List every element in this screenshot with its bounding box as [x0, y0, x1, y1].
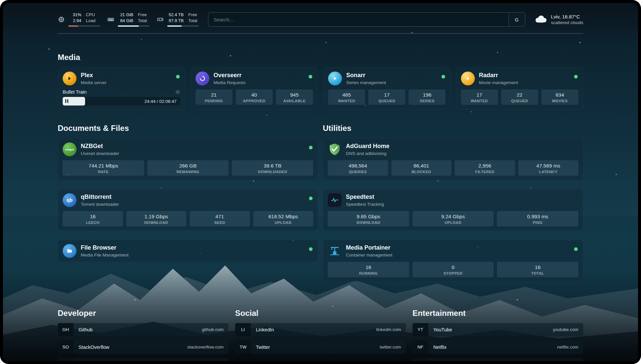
overseerr-status-dot	[309, 75, 312, 78]
stat-leech: 16LEECH	[63, 211, 123, 227]
bookmark-linkedin[interactable]: LI LinkedIn linkedin.com	[235, 323, 406, 336]
weather-widget: Lviv, 16.87°C scattered clouds	[534, 14, 583, 25]
disk-progress-bar	[167, 25, 199, 27]
service-desc: Usenet downloader	[81, 151, 119, 156]
bookmark-github[interactable]: GH Github github.com	[58, 323, 229, 336]
service-name: Sonarr	[346, 72, 386, 79]
bookmark-url: linkedin.com	[376, 327, 401, 332]
stat-queued: 17QUEUED	[368, 89, 405, 105]
bookmark-youtube[interactable]: YT YouTube youtube.com	[412, 323, 583, 336]
playback-time: 24:44 / 02:06:47	[144, 99, 177, 104]
bookmark-netflix[interactable]: NF Netflix netflix.com	[412, 341, 583, 354]
stat-queries: 498,564QUERIES	[328, 160, 388, 176]
service-card-qbittorrent[interactable]: qb qBittorrent Torrent downloader 16LEEC…	[58, 189, 318, 231]
stat-movies: 834MOVIES	[541, 89, 578, 105]
stat-filtered: 2,956FILTERED	[455, 160, 515, 176]
memory-progress-bar	[118, 25, 149, 27]
cpu-label: CPU	[86, 12, 100, 18]
column-utilities: Utilities	[323, 124, 583, 282]
bookmark-url: netflix.com	[557, 345, 578, 349]
search-provider-button[interactable]: G	[508, 13, 525, 26]
column-documents: Documents & Files nzbget NZBGet Usenet d…	[58, 124, 318, 262]
service-card-radarr[interactable]: Radarr Movie management 17WANTED 22QUEUE…	[456, 67, 584, 110]
column-entertainment: Entertainment YT YouTube youtube.com NF …	[412, 309, 583, 361]
service-name: Plex	[81, 72, 107, 79]
cpu-load: 2.94	[68, 18, 81, 24]
service-desc: Series management	[346, 80, 386, 85]
weather-location: Lviv, 16.87°C	[551, 14, 583, 19]
stat-queued: 22QUEUED	[501, 89, 538, 105]
stat-rate: 744.21 MbpsRATE	[63, 160, 144, 176]
sonarr-icon	[328, 72, 342, 85]
service-card-sonarr[interactable]: Sonarr Series management 485WANTED 17QUE…	[323, 67, 451, 110]
gear-icon[interactable]	[175, 89, 180, 95]
adguard-icon	[328, 142, 342, 156]
service-name: AdGuard Home	[346, 143, 389, 150]
now-playing-title: Bullet Train	[63, 89, 87, 95]
service-desc: Media Requests	[214, 80, 246, 85]
plex-progress-bar[interactable]: 24:44 / 02:06:47	[63, 97, 180, 106]
weather-condition: scattered clouds	[551, 20, 583, 25]
service-card-filebrowser[interactable]: File Browser Media File Management	[58, 240, 318, 262]
stat-wanted: 17WANTED	[461, 89, 498, 105]
service-desc: Movie management	[479, 80, 518, 85]
bookmark-reddit[interactable]: RE Reddit reddit.com	[412, 358, 583, 361]
cpu-widget: 31% CPU 2.94 Load	[58, 12, 100, 27]
stat-running: 16RUNNING	[328, 262, 409, 277]
service-desc: Media server	[81, 80, 107, 85]
memory-free-label: Free	[138, 12, 149, 18]
stat-series: 196SERIES	[409, 89, 445, 105]
service-name: Overseerr	[214, 72, 246, 79]
service-desc: Speedtest Tracking	[346, 202, 384, 207]
portainer-icon	[328, 244, 342, 258]
bookmark-name: StackOverflow	[78, 345, 109, 350]
stat-download: 9.65 GbpsDOWNLOAD	[328, 211, 409, 227]
overseerr-icon	[196, 72, 209, 85]
column-social: Social LI LinkedIn linkedin.com TW Twitt…	[235, 309, 406, 358]
sonarr-status-dot	[442, 75, 445, 78]
service-card-speedtest[interactable]: Speedtest Speedtest Tracking 9.65 GbpsDO…	[323, 189, 583, 231]
service-name: Speedtest	[346, 194, 384, 201]
pause-icon[interactable]	[65, 98, 69, 104]
dashboard-screen: 31% CPU 2.94 Load	[3, 3, 638, 361]
cloud-icon	[534, 14, 547, 25]
service-card-overseerr[interactable]: Overseerr Media Requests 21PENDING 40APP…	[191, 67, 318, 110]
radarr-status-dot	[574, 75, 578, 78]
service-card-adguard[interactable]: AdGuard Home DNS and adblocking 498,564Q…	[323, 138, 583, 180]
memory-free: 21 GiB	[118, 12, 133, 18]
stat-seed: 471SEED	[190, 211, 250, 227]
bookmark-stackoverflow[interactable]: SO StackOverflow stackoverflow.com	[58, 341, 229, 354]
qbittorrent-icon: qb	[63, 193, 76, 207]
bookmark-url: stackoverflow.com	[187, 345, 224, 349]
service-name: qBittorrent	[81, 194, 119, 201]
service-card-plex[interactable]: Plex Media server Bullet Train	[58, 67, 185, 110]
service-name: Media Portainer	[346, 244, 392, 252]
disk-icon	[157, 16, 164, 23]
bookmark-dev[interactable]: DT DEV dev.to	[58, 358, 229, 361]
stat-latency: 47.569 msLATENCY	[518, 160, 579, 176]
search-input[interactable]	[208, 13, 508, 26]
service-card-portainer[interactable]: Media Portainer Container management 16R…	[323, 240, 583, 282]
search-bar: G	[208, 12, 525, 27]
bookmark-abbr: NF	[412, 341, 428, 354]
social-section-title: Social	[235, 309, 406, 318]
stat-ping: 0.993 msPING	[497, 211, 578, 227]
plex-now-playing: Bullet Train	[63, 89, 180, 106]
cpu-progress-bar	[68, 25, 100, 27]
service-card-nzbget[interactable]: nzbget NZBGet Usenet downloader 744.21 M…	[58, 138, 318, 180]
stat-remaining: 266 GBREMAINING	[147, 160, 229, 176]
bookmark-twitter[interactable]: TW Twitter twitter.com	[235, 341, 406, 354]
bookmark-url: youtube.com	[553, 327, 578, 332]
cpu-percent: 31%	[68, 12, 81, 18]
radarr-icon	[461, 72, 475, 85]
developer-section-title: Developer	[58, 309, 229, 318]
entertainment-section-title: Entertainment	[412, 309, 583, 318]
stat-wanted: 485WANTED	[328, 89, 365, 105]
service-name: Radarr	[479, 72, 518, 79]
stat-total: 16TOTAL	[497, 262, 578, 277]
disk-free-label: Free	[188, 12, 199, 18]
stat-downloaded: 39.6 TBDOWNLOADED	[232, 160, 313, 176]
nzbget-icon: nzbget	[63, 142, 76, 156]
filebrowser-icon	[63, 244, 76, 258]
stat-pending: 21PENDING	[196, 89, 232, 105]
